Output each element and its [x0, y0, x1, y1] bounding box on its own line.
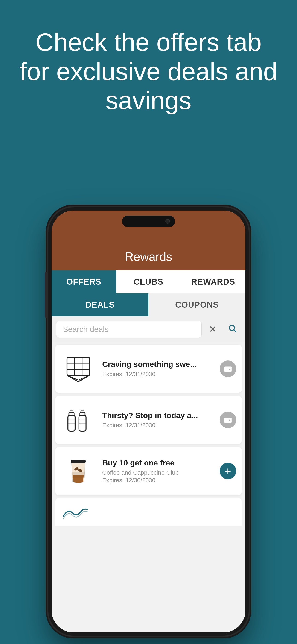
deal-card-1[interactable]: Craving something swe... Expires: 12/31/… — [55, 344, 242, 393]
search-placeholder: Search deals — [63, 325, 108, 334]
tab-offers[interactable]: OFFERS — [52, 270, 116, 294]
phone-wrapper: Rewards OFFERS CLUBS REWARDS DEALS — [48, 207, 249, 636]
search-button[interactable] — [224, 320, 241, 338]
deal-action-2[interactable] — [219, 411, 237, 429]
svg-rect-9 — [224, 367, 232, 372]
deal-expiry-2: Expires: 12/31/2030 — [102, 422, 213, 429]
svg-line-7 — [67, 375, 78, 380]
deals-list: Craving something swe... Expires: 12/31/… — [52, 342, 246, 632]
deal-action-3[interactable]: + — [219, 462, 237, 480]
deal-info-1: Craving something swe... Expires: 12/31/… — [102, 360, 213, 378]
svg-point-10 — [229, 369, 230, 370]
deal-card-partial[interactable] — [55, 498, 242, 526]
plus-icon: + — [220, 463, 236, 479]
main-tab-bar: OFFERS CLUBS REWARDS — [52, 270, 246, 294]
deal-icon-wrap-3 — [60, 452, 97, 490]
svg-rect-11 — [68, 415, 75, 431]
hero-text: Check the offers tab for exclusive deals… — [20, 28, 278, 114]
svg-rect-18 — [81, 410, 84, 413]
phone-screen: Rewards OFFERS CLUBS REWARDS DEALS — [52, 210, 246, 632]
close-icon: ✕ — [209, 324, 217, 334]
svg-rect-2 — [67, 358, 90, 375]
search-bar: Search deals ✕ — [52, 316, 246, 342]
phone-shell: Rewards OFFERS CLUBS REWARDS DEALS — [48, 207, 249, 636]
subtab-deals[interactable]: DEALS — [52, 294, 148, 316]
deal-expiry-1: Expires: 12/31/2030 — [102, 370, 213, 378]
wallet-icon-2 — [220, 412, 236, 428]
deal-action-1[interactable] — [219, 360, 237, 378]
tab-clubs[interactable]: CLUBS — [116, 270, 181, 294]
svg-point-22 — [229, 420, 230, 421]
svg-rect-23 — [71, 460, 86, 463]
subtab-coupons[interactable]: COUPONS — [148, 294, 246, 316]
hero-section: Check the offers tab for exclusive deals… — [0, 28, 297, 115]
deal-card-2[interactable]: Thirsty? Stop in today a... Expires: 12/… — [55, 396, 242, 444]
deal-title-2: Thirsty? Stop in today a... — [102, 411, 213, 420]
deal-card-3[interactable]: Buy 10 get one free Coffee and Cappuccin… — [55, 447, 242, 495]
deal-info-3: Buy 10 get one free Coffee and Cappuccin… — [102, 458, 213, 484]
deal-icon-wrap-2 — [60, 402, 97, 438]
app-title: Rewards — [125, 250, 172, 264]
deal-info-2: Thirsty? Stop in today a... Expires: 12/… — [102, 411, 213, 429]
svg-rect-26 — [72, 472, 85, 478]
svg-rect-13 — [70, 410, 73, 413]
close-button[interactable]: ✕ — [204, 320, 221, 338]
deal-title-1: Craving something swe... — [102, 360, 213, 369]
svg-rect-16 — [79, 415, 86, 431]
deal-title-3: Buy 10 get one free — [102, 458, 213, 467]
deal-expiry-3: Expires: 12/30/2030 — [102, 477, 213, 484]
svg-line-1 — [234, 330, 236, 332]
sub-tab-bar: DEALS COUPONS — [52, 294, 246, 316]
deal-icon-wrap-1 — [60, 350, 97, 387]
dynamic-island — [122, 216, 175, 227]
deal-subtitle-3: Coffee and Cappuccino Club — [102, 469, 213, 476]
wallet-icon-1 — [220, 360, 236, 377]
svg-line-8 — [78, 375, 90, 380]
partial-icon — [60, 502, 90, 521]
search-icon — [228, 324, 237, 334]
tab-rewards[interactable]: REWARDS — [181, 270, 246, 294]
search-input-container[interactable]: Search deals — [56, 320, 202, 338]
